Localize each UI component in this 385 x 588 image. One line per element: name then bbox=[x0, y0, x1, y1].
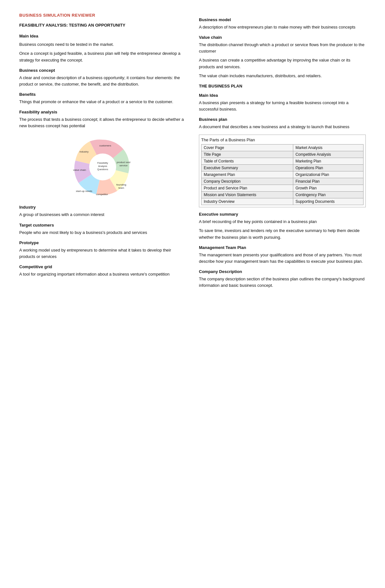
table-cell: Cover Page bbox=[201, 145, 293, 151]
business-concept-p: A clear and concise description of a bus… bbox=[19, 75, 186, 87]
prototype-p: A working model used by entrepreneurs to… bbox=[19, 247, 186, 260]
table-row: Table of ContentsMarketing Plan bbox=[201, 158, 364, 165]
table-cell: Competitive Analysis bbox=[293, 151, 363, 158]
pie-center-label3: Questions bbox=[97, 168, 108, 171]
business-model-p: A description of how entrepreneurs plan … bbox=[199, 24, 366, 30]
executive-summary-title: Executive summary bbox=[199, 212, 366, 217]
feasibility-p: The process that tests a business concep… bbox=[19, 116, 186, 129]
pie-label-service: service bbox=[119, 164, 128, 167]
table-cell: Title Page bbox=[201, 151, 293, 158]
business-plan-def-title: Business plan bbox=[199, 117, 366, 122]
table-row: Product and Service PlanGrowth Plan bbox=[201, 185, 364, 192]
pie-label-industry: industry bbox=[80, 150, 89, 153]
table-row: Cover PageMarket Analysis bbox=[201, 145, 364, 151]
left-column: BUSINESS SIMULATION REVIEWER FEASIBILITY… bbox=[19, 13, 186, 291]
table-row: Executive SummaryOperations Plan bbox=[201, 165, 364, 171]
executive-summary-p1: A brief recounting of the key points con… bbox=[199, 219, 366, 225]
table-row: Mission and Vision StatementsContingency… bbox=[201, 192, 364, 198]
benefits-p: Things that promote or enhance the value… bbox=[19, 99, 186, 105]
pie-label-competitor: competitor bbox=[96, 193, 108, 196]
pie-label-startup: start-up needs bbox=[76, 190, 92, 193]
table-row: Title PageCompetitive Analysis bbox=[201, 151, 364, 158]
table-row: Management PlanOrganizational Plan bbox=[201, 171, 364, 178]
red-title: BUSINESS SIMULATION REVIEWER bbox=[19, 13, 186, 18]
table-cell: Mission and Vision Statements bbox=[201, 192, 293, 198]
main-idea-label-left: Main Idea bbox=[19, 33, 186, 39]
pie-label-valuechain: value chain bbox=[73, 169, 86, 171]
parts-table-body: Cover PageMarket AnalysisTitle PageCompe… bbox=[201, 145, 364, 205]
feasibility-pie-chart: customers product and service founding t… bbox=[67, 135, 138, 199]
main-idea-p2: Once a concept is judged feasible, a bus… bbox=[19, 50, 186, 63]
pie-label-product: product and bbox=[117, 161, 130, 164]
table-cell: Marketing Plan bbox=[293, 158, 363, 165]
main-idea-label-right: Main Idea bbox=[199, 93, 366, 98]
parts-table: Cover PageMarket AnalysisTitle PageCompe… bbox=[201, 144, 364, 205]
table-cell: Financial Plan bbox=[293, 178, 363, 185]
company-desc-p: The company description section of the b… bbox=[199, 276, 366, 289]
company-desc-title: Company Description bbox=[199, 269, 366, 274]
pie-center-label1: Feasibility bbox=[97, 161, 108, 164]
benefits-title: Benefits bbox=[19, 92, 186, 97]
main-idea-p-right: A business plan presents a strategy for … bbox=[199, 100, 366, 112]
feasibility-title: Feasibility analysis bbox=[19, 110, 186, 114]
value-chain-p2: A business can create a competitive adva… bbox=[199, 57, 366, 70]
value-chain-p1: The distribution channel through which a… bbox=[199, 42, 366, 54]
table-cell: Management Plan bbox=[201, 171, 293, 178]
table-row: Company DescriptionFinancial Plan bbox=[201, 178, 364, 185]
target-customers-p: People who are most likely to buy a busi… bbox=[19, 229, 186, 236]
table-cell: Market Analysis bbox=[293, 145, 363, 151]
pie-center-label2: Analysis bbox=[98, 165, 107, 168]
prototype-title: Prototype bbox=[19, 240, 186, 245]
main-idea-p1: Business concepts need to be tested in t… bbox=[19, 41, 186, 48]
management-team-p: The management team presents your qualif… bbox=[199, 252, 366, 265]
competitive-grid-title: Competitive grid bbox=[19, 264, 186, 269]
table-row: Industry OverviewSupporting Documents bbox=[201, 198, 364, 205]
target-customers-title: Target customers bbox=[19, 223, 186, 228]
value-chain-p3: The value chain includes manufacturers, … bbox=[199, 73, 366, 79]
table-cell: Operations Plan bbox=[293, 165, 363, 171]
industry-title: Industry bbox=[19, 205, 186, 210]
table-cell: Product and Service Plan bbox=[201, 185, 293, 192]
business-plan-section-title: THE BUSINESS PLAN bbox=[199, 84, 366, 88]
right-column: Business model A description of how entr… bbox=[199, 13, 366, 291]
table-cell: Industry Overview bbox=[201, 198, 293, 205]
business-concept-title: Business concept bbox=[19, 68, 186, 73]
business-model-title: Business model bbox=[199, 17, 366, 22]
parts-of-business-plan-section: The Parts of a Business Plan Cover PageM… bbox=[199, 135, 366, 207]
competitive-grid-p: A tool for organizing important informat… bbox=[19, 271, 186, 277]
industry-p: A group of businesses with a common inte… bbox=[19, 211, 186, 218]
value-chain-title: Value chain bbox=[199, 35, 366, 40]
table-cell: Supporting Documents bbox=[293, 198, 363, 205]
feasibility-subtitle: FEASIBILITY ANALYSIS: TESTING AN OPPORTU… bbox=[19, 22, 186, 29]
table-cell: Growth Plan bbox=[293, 185, 363, 192]
table-cell: Company Description bbox=[201, 178, 293, 185]
business-plan-def-p: A document that describes a new business… bbox=[199, 124, 366, 130]
table-cell: Organizational Plan bbox=[293, 171, 363, 178]
pie-label-team: team bbox=[118, 186, 124, 189]
table-cell: Executive Summary bbox=[201, 165, 293, 171]
pie-label-founding: founding bbox=[116, 183, 126, 186]
management-team-title: Management Team Plan bbox=[199, 245, 366, 250]
parts-table-title: The Parts of a Business Plan bbox=[201, 137, 364, 142]
table-cell: Contingency Plan bbox=[293, 192, 363, 198]
pie-chart-container: customers product and service founding t… bbox=[19, 135, 186, 199]
executive-summary-p2: To save time, investors and lenders rely… bbox=[199, 228, 366, 240]
pie-label-customers: customers bbox=[99, 144, 111, 147]
table-cell: Table of Contents bbox=[201, 158, 293, 165]
